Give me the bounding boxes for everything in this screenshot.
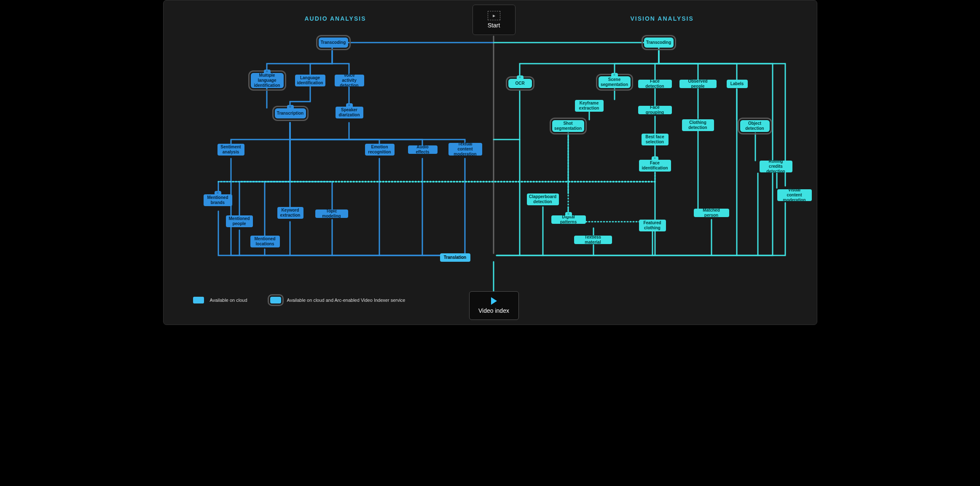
node-topic-modeling: Topic modeling bbox=[315, 209, 348, 218]
legend: Available on cloud Available on cloud an… bbox=[193, 297, 405, 303]
node-audio-transcoding: Transcoding bbox=[319, 38, 348, 48]
heading-audio: AUDIO ANALYSIS bbox=[305, 15, 366, 22]
node-text-moderation: Textual content moderation bbox=[448, 143, 482, 156]
node-speaker-diar: Speaker diarization bbox=[336, 107, 363, 118]
gear-icon bbox=[215, 191, 221, 195]
node-mentioned-people: Mentioned people bbox=[226, 215, 253, 227]
node-emotion: Emotion recognition bbox=[365, 144, 395, 156]
gear-icon bbox=[287, 105, 294, 109]
node-face-grouping: Face grouping bbox=[638, 106, 672, 114]
node-ocr: OCR bbox=[508, 79, 532, 88]
node-clapperboard: Clapperboard detection bbox=[527, 193, 559, 205]
node-sentiment: Sentiment analysis bbox=[217, 144, 244, 156]
node-face-id: Face identification bbox=[639, 160, 671, 172]
connectors-layer bbox=[164, 0, 817, 325]
node-lang-id: Language identification bbox=[295, 75, 325, 86]
node-visual-moderation: Visual content moderation bbox=[777, 189, 812, 201]
gear-icon bbox=[652, 156, 658, 161]
node-keyword-extraction: Keyword extraction bbox=[277, 207, 303, 219]
node-keyframe-extraction: Keyframe extraction bbox=[575, 100, 604, 112]
node-best-face: Best face selection bbox=[642, 134, 669, 145]
start-node: Start bbox=[473, 5, 516, 35]
node-clothing-detection: Clothing detection bbox=[682, 119, 714, 131]
node-object-detection: Object detection bbox=[740, 120, 770, 132]
node-textless-material: Textless material bbox=[574, 236, 612, 244]
video-index-node: Video index bbox=[469, 291, 519, 320]
node-observed-people: Observed people bbox=[679, 80, 717, 88]
node-transcription: Transcription bbox=[275, 108, 306, 118]
gear-icon bbox=[565, 212, 572, 216]
legend-swatch-cloud bbox=[193, 297, 204, 303]
node-scene-seg: Scene segmentation bbox=[599, 76, 631, 88]
node-mentioned-locations: Mentioned locations bbox=[250, 236, 280, 247]
legend-swatch-arc bbox=[270, 297, 281, 303]
legend-text-cloud: Available on cloud bbox=[210, 298, 247, 303]
gear-icon bbox=[264, 70, 271, 74]
node-audio-effects: Audio effects bbox=[408, 145, 438, 154]
video-index-label: Video index bbox=[478, 307, 509, 314]
play-icon bbox=[491, 297, 497, 305]
node-vision-transcoding: Transcoding bbox=[644, 38, 674, 48]
diagram-frame: AUDIO ANALYSIS VISION ANALYSIS Start Tra… bbox=[163, 0, 817, 325]
node-rolling-credits: Rolling credits detection bbox=[760, 161, 792, 172]
node-featured-clothing: Featured clothing bbox=[639, 220, 666, 231]
node-multi-lang-id: Multiple language identification bbox=[251, 73, 284, 88]
node-mentioned-brands: Mentioned brands bbox=[204, 194, 232, 206]
node-face-detection: Face detection bbox=[638, 80, 672, 88]
start-label: Start bbox=[488, 22, 500, 29]
legend-text-arc: Available on cloud and Arc-enabled Video… bbox=[287, 298, 405, 303]
node-translation: Translation bbox=[440, 253, 470, 262]
node-shot-seg: Shot segmentation bbox=[552, 120, 584, 132]
node-digital-patterns: Digital patterns bbox=[551, 215, 586, 224]
clapperboard-play-icon bbox=[488, 11, 500, 20]
node-labels: Labels bbox=[727, 80, 748, 88]
gear-icon bbox=[611, 73, 618, 77]
node-matched-person: Matched person bbox=[694, 209, 729, 217]
heading-vision: VISION ANALYSIS bbox=[631, 15, 694, 22]
gear-icon bbox=[346, 103, 353, 107]
node-vad: Voice activity detection bbox=[335, 75, 364, 86]
gear-icon bbox=[517, 75, 524, 80]
